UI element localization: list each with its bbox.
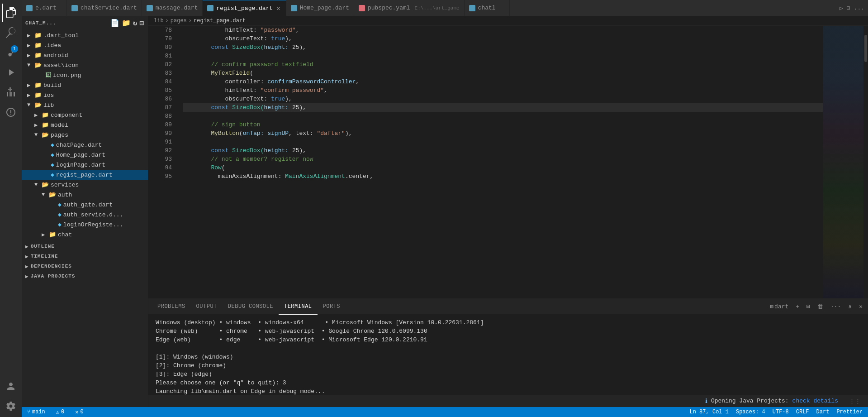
git-branch-status[interactable]: ⑂ main: [25, 409, 47, 415]
trash-terminal-button[interactable]: 🗑: [816, 302, 825, 311]
folder-icon: 📁: [49, 231, 56, 238]
new-file-icon[interactable]: 📄: [110, 19, 120, 28]
terminal-content[interactable]: Windows (desktop) • windows • windows-x6…: [148, 315, 868, 394]
panel-up-button[interactable]: ∧: [846, 302, 854, 311]
folder-pages-label: pages: [51, 132, 68, 139]
dart-file-icon: [291, 5, 297, 11]
folder-model[interactable]: ▶ 📁 model: [22, 120, 148, 130]
warnings-status[interactable]: ✕ 0: [73, 409, 85, 416]
folder-android[interactable]: ▶ 📁 android: [22, 50, 148, 60]
file-chat-page[interactable]: ◆ chatPage.dart: [22, 140, 148, 150]
chevron-down-icon: ▼: [27, 102, 34, 108]
refresh-icon[interactable]: ↻: [133, 19, 138, 28]
section-java-projects[interactable]: ▶ JAVA PROJECTS: [22, 271, 148, 281]
file-home-page[interactable]: ◆ Home_page.dart: [22, 150, 148, 160]
tab-output[interactable]: OUTPUT: [191, 299, 223, 315]
more-terminal-button[interactable]: ···: [829, 302, 843, 311]
files-icon[interactable]: [2, 4, 20, 22]
cursor-position-status[interactable]: Ln 87, Col 1: [688, 409, 730, 415]
collapse-all-icon[interactable]: ⊟: [139, 19, 144, 28]
folder-component[interactable]: ▶ 📁 component: [22, 110, 148, 120]
search-icon[interactable]: [2, 24, 20, 42]
source-control-icon[interactable]: 1: [2, 43, 20, 62]
dart-icon: ◆: [51, 141, 54, 149]
terminal-shell-selector[interactable]: ⊞ dart: [768, 302, 790, 311]
folder-dart-tool[interactable]: ▶ 📁 .dart_tool: [22, 30, 148, 40]
tab-home-page[interactable]: Home_page.dart: [286, 0, 354, 16]
folder-asset-label: asset\icon: [43, 62, 79, 69]
code-line: const SizedBox(height: 25),: [183, 43, 823, 52]
chevron-right-icon: ▶: [42, 231, 49, 238]
folder-build[interactable]: ▶ 📁 build: [22, 80, 148, 90]
run-debug-icon[interactable]: [2, 63, 20, 81]
folder-asset-icon[interactable]: ▼ 📂 asset\icon: [22, 60, 148, 70]
tab-close-button[interactable]: ✕: [275, 4, 281, 13]
tab-regist-page[interactable]: regist_page.dart ✕: [203, 0, 286, 16]
file-login-page[interactable]: ◆ loginPage.dart: [22, 160, 148, 170]
section-timeline[interactable]: ▶ TIMELINE: [22, 251, 148, 261]
language-status[interactable]: Dart: [815, 409, 831, 415]
tab-chatservice[interactable]: chatService.dart: [67, 0, 142, 16]
cursor-position-label: Ln 87, Col 1: [690, 409, 729, 415]
folder-services[interactable]: ▼ 📂 services: [22, 180, 148, 190]
indentation-status[interactable]: Spaces: 4: [734, 409, 767, 415]
tab-pubspec[interactable]: pubspec.yaml E:\...\art_game: [354, 0, 465, 16]
panel-actions: ⊞ dart + ⊟ 🗑 ··· ∧ ✕: [768, 302, 864, 311]
eol-status[interactable]: CRLF: [794, 409, 811, 415]
tab-e-dart[interactable]: e.dart: [22, 0, 67, 16]
file-icon-png[interactable]: 🖼 icon.png: [22, 70, 148, 80]
file-auth-service[interactable]: ◆ auth_service.d...: [22, 210, 148, 220]
remote-explorer-icon[interactable]: [2, 103, 20, 121]
line-number: 80: [148, 43, 172, 52]
split-editor-icon[interactable]: ⊟: [847, 5, 850, 12]
new-terminal-button[interactable]: +: [794, 302, 801, 311]
folder-auth[interactable]: ▼ 📂 auth: [22, 190, 148, 200]
chevron-down-icon: ▼: [42, 192, 49, 198]
dart-icon: ◆: [58, 211, 62, 218]
more-actions-icon[interactable]: ...: [854, 5, 864, 11]
terminal-line: [2]: Chrome (chrome): [156, 361, 861, 370]
errors-status[interactable]: ⚠ 0: [54, 409, 66, 416]
line-number: 91: [148, 138, 172, 146]
chevron-right-icon: ▶: [27, 82, 34, 89]
panel-close-button[interactable]: ✕: [857, 302, 864, 311]
split-terminal-button[interactable]: ⊟: [805, 302, 812, 311]
sidebar-title: CHAT_M...: [25, 20, 56, 26]
file-login-or-registe[interactable]: ◆ loginOrRegiste...: [22, 220, 148, 230]
tab-chatl[interactable]: chatl: [465, 0, 510, 16]
chevron-right-icon: ▶: [34, 112, 42, 119]
notification-link[interactable]: check details: [792, 398, 838, 404]
folder-lib-label: lib: [43, 102, 54, 109]
tab-terminal[interactable]: TERMINAL: [279, 299, 318, 315]
account-icon[interactable]: [2, 377, 20, 395]
tab-ports[interactable]: PORTS: [318, 299, 346, 315]
breadcrumb-file[interactable]: regist_page.dart: [194, 18, 246, 24]
encoding-status[interactable]: UTF-8: [771, 409, 791, 415]
folder-idea[interactable]: ▶ 📁 .idea: [22, 40, 148, 50]
extensions-icon[interactable]: [2, 83, 20, 101]
tab-debug-console[interactable]: DEBUG CONSOLE: [223, 299, 279, 315]
section-outline[interactable]: ▶ OUTLINE: [22, 241, 148, 251]
run-icon[interactable]: ▷: [840, 5, 843, 12]
folder-ios-label: ios: [43, 92, 54, 99]
code-editor[interactable]: hintText: "password", obscureText: true)…: [175, 26, 823, 298]
file-regist-page[interactable]: ◆ regist_page.dart: [22, 170, 148, 180]
terminal-line: Please choose one (or "q" to quit): 3: [156, 379, 861, 387]
folder-chat[interactable]: ▶ 📁 chat: [22, 230, 148, 240]
tab-massage[interactable]: massage.dart: [142, 0, 203, 16]
settings-icon[interactable]: [2, 397, 20, 415]
file-auth-gate[interactable]: ◆ auth_gate.dart: [22, 200, 148, 210]
code-line: [183, 52, 823, 60]
breadcrumb-lib[interactable]: lib: [154, 18, 164, 24]
folder-lib[interactable]: ▼ 📂 lib: [22, 100, 148, 110]
folder-pages[interactable]: ▼ 📂 pages: [22, 130, 148, 140]
breadcrumb-pages[interactable]: pages: [171, 18, 187, 24]
content-area: CHAT_M... 📄 📁 ↻ ⊟ ▶ 📁 .dart_tool ▶: [22, 16, 868, 407]
editor-scrollbar[interactable]: [863, 26, 868, 298]
tab-problems[interactable]: PROBLEMS: [152, 299, 191, 315]
new-folder-icon[interactable]: 📁: [122, 19, 131, 28]
folder-ios[interactable]: ▶ 📁 ios: [22, 90, 148, 100]
formatter-status[interactable]: Prettier: [835, 409, 864, 415]
timeline-label: TIMELINE: [31, 254, 58, 259]
section-dependencies[interactable]: ▶ DEPENDENCIES: [22, 261, 148, 271]
